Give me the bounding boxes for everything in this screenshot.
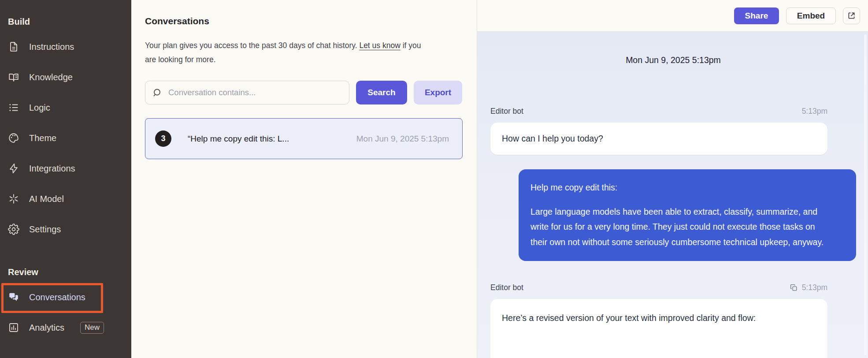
sidebar-section-review: Review	[8, 267, 131, 278]
sidebar-item-label: Theme	[29, 133, 56, 143]
sidebar-item-logic[interactable]: Logic	[8, 99, 131, 116]
chat-date-header: Mon Jun 9, 2025 5:13pm	[490, 55, 856, 65]
bot-message-text: Here’s a revised version of your text wi…	[502, 310, 793, 326]
scrollbar[interactable]	[864, 34, 867, 355]
copy-icon[interactable]	[790, 283, 798, 292]
bot-message-bubble: How can I help you today?	[490, 123, 827, 155]
bot-name: Editor bot	[490, 283, 523, 292]
sidebar-item-settings[interactable]: Settings	[8, 220, 131, 238]
message-time: 5:13pm	[802, 107, 827, 116]
lightning-icon	[8, 163, 19, 174]
bar-chart-icon	[8, 322, 19, 333]
sidebar-item-label: AI Model	[29, 194, 64, 204]
user-message-bubble: Help me copy edit this: Large language m…	[519, 169, 856, 261]
bot-message-header: Editor bot 5:13pm	[490, 107, 827, 116]
sidebar-item-label: Conversations	[29, 292, 85, 302]
bot-message-bubble: Here’s a revised version of your text wi…	[490, 299, 827, 358]
chat-preview-panel: Share Embed Mon Jun 9, 2025 5:13pm Edito…	[477, 0, 868, 358]
sidebar-item-label: Analytics	[29, 323, 64, 333]
bot-message-header: Editor bot 5:13pm	[490, 283, 827, 292]
plan-description: Your plan gives you access to the past 3…	[145, 38, 430, 67]
sidebar-item-integrations[interactable]: Integrations	[8, 160, 131, 177]
gear-icon	[8, 224, 19, 235]
book-open-icon	[8, 71, 19, 83]
export-button[interactable]: Export	[414, 81, 462, 104]
sidebar-item-label: Settings	[29, 224, 61, 235]
external-link-icon	[847, 11, 856, 20]
bot-name: Editor bot	[490, 107, 523, 116]
conversation-list-item[interactable]: 3 “Help me copy edit this: L... Mon Jun …	[145, 118, 463, 159]
conversation-preview: “Help me copy edit this: L...	[188, 134, 289, 144]
chat-topbar: Share Embed	[477, 0, 868, 32]
sparkle-icon	[8, 193, 19, 205]
sidebar-section-build: Build	[8, 17, 131, 27]
conversations-panel: Conversations Your plan gives you access…	[131, 0, 477, 358]
let-us-know-link[interactable]: Let us know	[359, 41, 400, 50]
embed-button[interactable]: Embed	[786, 7, 836, 24]
sidebar-item-label: Logic	[29, 103, 50, 113]
sidebar-item-theme[interactable]: Theme	[8, 129, 131, 147]
user-message-line1: Help me copy edit this:	[530, 180, 844, 195]
sidebar-item-analytics[interactable]: Analytics New	[8, 319, 131, 336]
search-row: Search Export	[145, 81, 463, 104]
chat-message-column: Mon Jun 9, 2025 5:13pm Editor bot 5:13pm…	[490, 32, 856, 358]
sidebar: Build Instructions Knowledge Logic Theme…	[0, 0, 131, 358]
sidebar-item-conversations[interactable]: Conversations	[8, 288, 131, 306]
search-button[interactable]: Search	[356, 81, 407, 104]
search-box	[145, 81, 349, 104]
user-message-body: Large language models have been able to …	[530, 204, 827, 250]
conversation-timestamp: Mon Jun 9, 2025 5:13pm	[356, 134, 449, 144]
page-title: Conversations	[145, 16, 463, 26]
plan-text-before: Your plan gives you access to the past 3…	[145, 41, 359, 50]
new-badge: New	[80, 322, 104, 334]
sidebar-item-label: Integrations	[29, 164, 75, 174]
search-input[interactable]	[145, 81, 349, 104]
search-icon	[152, 88, 162, 98]
file-text-icon	[8, 41, 19, 52]
sidebar-item-label: Knowledge	[29, 72, 73, 82]
sidebar-item-ai-model[interactable]: AI Model	[8, 190, 131, 208]
chat-bubbles-icon	[8, 291, 19, 303]
open-in-new-tab-button[interactable]	[843, 7, 860, 24]
list-icon	[8, 102, 19, 113]
chat-area: Mon Jun 9, 2025 5:13pm Editor bot 5:13pm…	[477, 32, 868, 358]
sidebar-item-instructions[interactable]: Instructions	[8, 38, 131, 56]
message-count-badge: 3	[155, 131, 171, 147]
bot-message-text: How can I help you today?	[502, 134, 603, 143]
sidebar-item-knowledge[interactable]: Knowledge	[8, 68, 131, 86]
share-button[interactable]: Share	[734, 7, 779, 24]
palette-icon	[8, 132, 19, 144]
message-time: 5:13pm	[802, 283, 827, 292]
sidebar-item-label: Instructions	[29, 42, 74, 52]
